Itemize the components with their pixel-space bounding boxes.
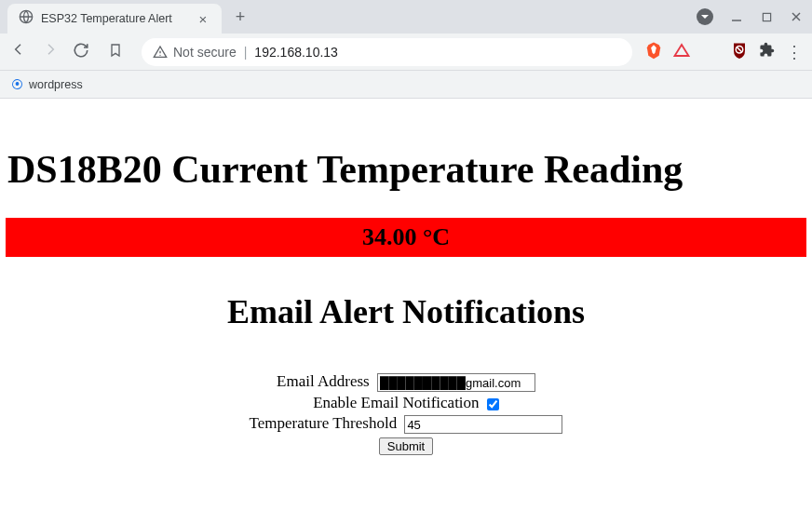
svg-marker-1	[701, 15, 709, 19]
page-title: DS18B20 Current Temperature Reading	[7, 147, 812, 192]
bookmark-link[interactable]: wordpress	[29, 78, 83, 91]
brave-icon[interactable]	[645, 41, 662, 63]
maximize-icon[interactable]	[760, 10, 773, 23]
profile-icon[interactable]	[697, 8, 713, 25]
toolbar: Not secure | 192.168.10.13 ⋮	[0, 34, 812, 71]
alert-form: Email Address Enable Email Notification …	[0, 372, 812, 455]
window-close-icon[interactable]	[790, 10, 803, 23]
ublock-icon[interactable]	[731, 41, 748, 63]
bat-icon[interactable]	[673, 43, 690, 61]
minimize-icon[interactable]	[730, 10, 743, 23]
temperature-reading: 34.00 °C	[6, 218, 806, 257]
threshold-field[interactable]	[404, 415, 562, 434]
security-warning[interactable]: Not secure	[153, 45, 237, 60]
threshold-label: Temperature Threshold	[250, 414, 398, 432]
tab-title: ESP32 Temperature Alert	[41, 12, 188, 25]
address-bar[interactable]: Not secure | 192.168.10.13	[142, 38, 632, 66]
warning-icon	[153, 45, 168, 60]
submit-button[interactable]: Submit	[379, 437, 433, 455]
email-label: Email Address	[277, 372, 370, 390]
svg-marker-8	[675, 45, 689, 56]
new-tab-button[interactable]: +	[227, 4, 253, 30]
bookmarks-bar: ⦿ wordpress	[0, 71, 812, 99]
page-content: DS18B20 Current Temperature Reading 34.0…	[0, 99, 812, 455]
extension-icons: ⋮	[645, 41, 803, 63]
reload-icon[interactable]	[73, 42, 89, 62]
bookmark-icon[interactable]	[108, 43, 123, 61]
forward-icon	[41, 42, 60, 61]
extensions-icon[interactable]	[759, 42, 775, 61]
address-url: 192.168.10.13	[254, 45, 338, 60]
browser-tab[interactable]: ESP32 Temperature Alert ×	[7, 4, 222, 34]
wordpress-icon: ⦿	[11, 77, 23, 91]
menu-icon[interactable]: ⋮	[786, 42, 803, 62]
back-icon[interactable]	[9, 42, 28, 61]
close-icon[interactable]: ×	[196, 11, 210, 26]
security-label: Not secure	[173, 45, 237, 60]
enable-label: Enable Email Notification	[313, 394, 479, 411]
alerts-heading: Email Alert Notifications	[0, 292, 812, 331]
svg-rect-3	[763, 13, 770, 20]
address-separator: |	[244, 45, 248, 60]
enable-checkbox[interactable]	[487, 398, 499, 410]
tab-bar: ESP32 Temperature Alert × +	[0, 0, 812, 34]
svg-point-7	[159, 54, 160, 55]
globe-icon	[19, 9, 34, 28]
window-controls	[697, 8, 812, 25]
email-field[interactable]	[377, 373, 535, 392]
browser-chrome: ESP32 Temperature Alert × +	[0, 0, 812, 99]
